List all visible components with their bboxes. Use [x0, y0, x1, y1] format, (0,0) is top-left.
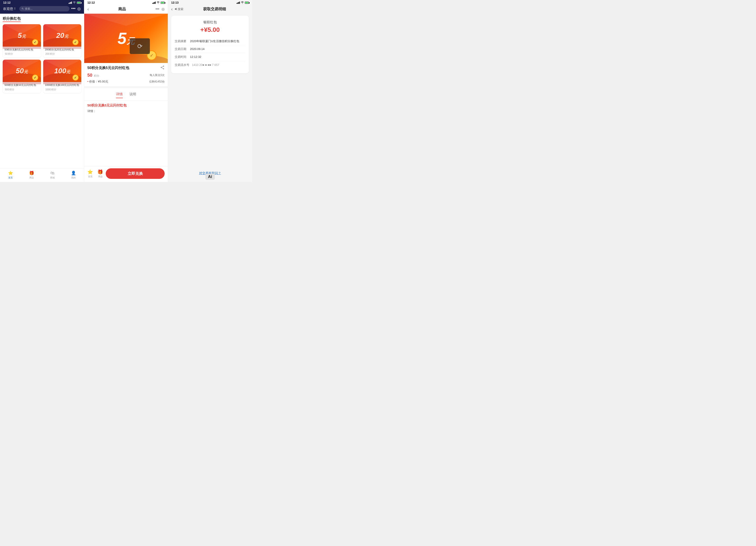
transaction-row-summary: 交易摘要 2020年银联厦门U生活微信积分换红包 [175, 37, 245, 45]
p2-limit: 每人限兑5次 [150, 73, 165, 77]
product-detail-img: 5元 ✓ ⟳ [84, 14, 168, 63]
panel-home: 12:12 欢迎您！ ••• ◎ [0, 0, 84, 182]
back-button-2[interactable]: ‹ [87, 6, 89, 12]
status-icons-2 [152, 1, 165, 4]
more-icon-1[interactable]: ••• [71, 6, 75, 11]
transaction-row-date: 交易日期 2020.09.14 [175, 45, 245, 53]
coin-icon-1: ✓ [32, 39, 38, 45]
target-icon-1[interactable]: ◎ [77, 6, 81, 11]
ai-badge: Ai [205, 174, 215, 180]
header-actions-2: ••• ◎ [155, 7, 165, 11]
transaction-amount: +¥5.00 [175, 26, 245, 33]
time-1: 12:12 [3, 1, 11, 4]
product-img-1: 5元 ✓ [3, 24, 41, 47]
product-card-3[interactable]: 50元 ✓ 500积分兑换50元云闪付红包 500积分 [3, 60, 41, 93]
nav-profile[interactable]: 👤 我的 [71, 170, 76, 179]
tab-detail[interactable]: 详情 [116, 92, 123, 98]
date-value: 2020.09.14 [190, 47, 245, 51]
product-card-2[interactable]: 20元 ✓ 200积分兑20元云闪付红包 200积分 [43, 24, 82, 57]
tab-description[interactable]: 说明 [129, 92, 136, 98]
p2-nav-home[interactable]: ⭐ 首页 [87, 169, 93, 178]
loading-overlay: ⟳ [130, 38, 150, 54]
transaction-header: ‹ ◀ 搜索 获取交易明细 [168, 5, 252, 13]
nav-profile-icon: 👤 [71, 170, 76, 176]
serial-value: 1410 20■ ■ ■■ 7 657 [192, 63, 245, 67]
status-icons-1 [69, 1, 81, 4]
time-2: 12:12 [87, 1, 95, 4]
serial-label: 交易流水号 [175, 63, 189, 67]
search-label-3[interactable]: ◀ 搜索 [174, 7, 184, 11]
transaction-title: 获取交易明细 [185, 6, 244, 12]
detail-title: 50积分兑换5元云闪付红包 [87, 103, 165, 108]
product-price-4: 1000积分 [45, 88, 80, 91]
product-price-2: 200积分 [45, 52, 80, 56]
panel-product: 12:12 ‹ 商品 ••• ◎ [84, 0, 168, 182]
target-icon-2[interactable]: ◎ [162, 7, 165, 11]
transaction-row-serial: 交易流水号 1410 20■ ■ ■■ 7 657 [175, 61, 245, 69]
p2-product-name: 50积分兑换5元云闪付红包 [87, 66, 129, 70]
p2-nav-items: ⭐ 首页 🎁 周边 [87, 169, 103, 178]
wifi-icon-3 [241, 1, 244, 4]
nav-nearby-label: 周边 [29, 176, 34, 179]
header-icons: ••• ◎ [71, 6, 81, 11]
panel-transaction: 12:13 ‹ ◀ 搜索 获取交易明细 银联红包 +¥5.00 [168, 0, 252, 182]
time-value: 12:12:32 [190, 55, 245, 59]
wifi-icon-2 [157, 1, 160, 4]
section-title: 积分换红包 [3, 16, 21, 22]
product-price-3: 500积分 [4, 88, 39, 91]
product-header: ‹ 商品 ••• ◎ [84, 5, 168, 14]
p2-nav-home-label: 首页 [88, 175, 93, 178]
status-bar-3: 12:13 [168, 0, 252, 5]
time-3: 12:13 [171, 1, 179, 4]
value-row: 价值：¥5.00元 仅剩41452份 [84, 79, 168, 84]
product-page-title: 商品 [118, 6, 126, 12]
summary-value: 2020年银联厦门U生活微信积分换红包 [190, 39, 245, 43]
p2-nav-nearby[interactable]: 🎁 周边 [97, 169, 103, 178]
transaction-type: 银联红包 [175, 20, 245, 24]
p2-remain: 仅剩41452份 [149, 80, 165, 84]
detail-content: 50积分兑换5元云闪付红包 详情： [84, 101, 168, 116]
coin-icon-2: ✓ [72, 39, 79, 45]
points-row: 50 积分 每人限兑5次 [84, 72, 168, 79]
home-content: 积分换红包 5元 ✓ 50积分兑换5元云闪付红包 50积分 [0, 14, 84, 168]
nav-home[interactable]: ⭐ 首页 [8, 170, 13, 179]
search-icon [22, 7, 24, 10]
product-card-1[interactable]: 5元 ✓ 50积分兑换5元云闪付红包 50积分 [3, 24, 41, 57]
transaction-card: 银联红包 +¥5.00 交易摘要 2020年银联厦门U生活微信积分换红包 交易日… [171, 16, 249, 73]
nav-profile-label: 我的 [71, 176, 76, 179]
more-icon-2[interactable]: ••• [155, 7, 159, 11]
coin-icon-3: ✓ [32, 74, 38, 81]
signal-icon-3 [237, 2, 240, 4]
battery-icon-1 [77, 2, 81, 4]
search-input[interactable] [25, 7, 67, 10]
exchange-button[interactable]: 立即兑换 [106, 168, 165, 179]
summary-label: 交易摘要 [175, 39, 187, 43]
p2-points-value: 50 [87, 73, 92, 78]
search-bar[interactable] [19, 6, 69, 11]
status-bar-1: 12:12 [0, 0, 84, 5]
back-button-3[interactable]: ‹ [171, 6, 173, 12]
transaction-row-time: 交易时间 12:12:32 [175, 53, 245, 61]
product-grid: 5元 ✓ 50积分兑换5元云闪付红包 50积分 20元 ✓ [3, 24, 81, 93]
nav-shop-label: 商城 [50, 176, 55, 179]
signal-icon-1 [69, 2, 72, 4]
p2-bottom-bar: ⭐ 首页 🎁 周边 立即兑换 [84, 166, 168, 182]
welcome-text: 欢迎您！ [3, 7, 17, 11]
date-label: 交易日期 [175, 47, 187, 51]
product-img-3: 50元 ✓ [3, 60, 41, 82]
nav-nearby[interactable]: 🎁 周边 [29, 170, 34, 179]
nav-shop[interactable]: 🛍 商城 [50, 170, 55, 179]
product-img-2: 20元 ✓ [43, 24, 82, 47]
divider-2 [84, 86, 168, 88]
product-name-row: 50积分兑换5元云闪付红包 [84, 63, 168, 72]
product-card-4[interactable]: 100元 ✓ 1000积分兑换100元云闪付红包 1000积分 [43, 60, 82, 93]
time-label: 交易时间 [175, 55, 187, 59]
battery-icon-3 [245, 2, 249, 4]
share-button[interactable] [160, 65, 165, 71]
product-price-1: 50积分 [4, 52, 39, 56]
p2-nav-nearby-label: 周边 [98, 175, 103, 178]
nav-shop-icon: 🛍 [50, 170, 55, 176]
p2-points-unit: 积分 [94, 74, 99, 77]
p2-value: 价值：¥5.00元 [87, 80, 108, 84]
p2-nav-nearby-icon: 🎁 [97, 169, 103, 174]
